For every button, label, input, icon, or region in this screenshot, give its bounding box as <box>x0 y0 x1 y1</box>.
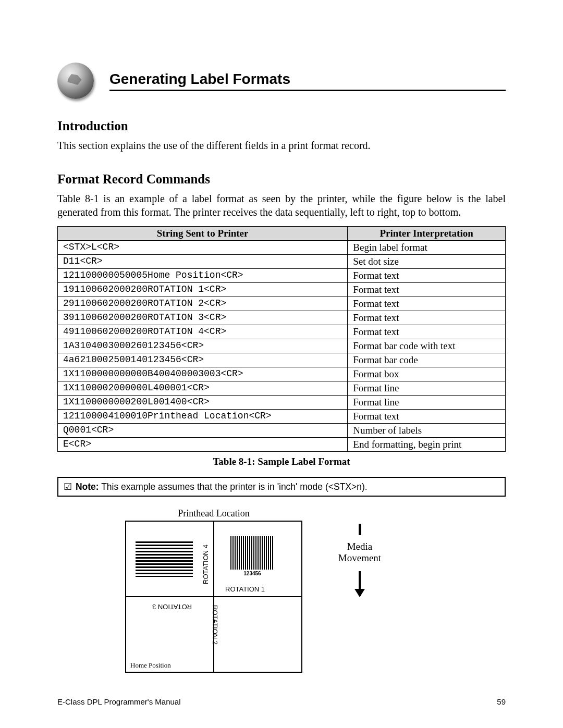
globe-icon <box>57 63 94 99</box>
table-row: 491100602000200ROTATION 4<CR>Format text <box>58 325 506 339</box>
table-row: D11<CR>Set dot size <box>58 255 506 269</box>
cell-string: E<CR> <box>58 438 348 452</box>
cell-interpretation: Format line <box>348 381 506 396</box>
cell-string: 4a6210002500140123456<CR> <box>58 353 348 367</box>
cell-string: 191100602000200ROTATION 1<CR> <box>58 283 348 297</box>
cell-string: 491100602000200ROTATION 4<CR> <box>58 325 348 339</box>
cell-string: 391100602000200ROTATION 3<CR> <box>58 311 348 325</box>
cell-interpretation: Format bar code <box>348 353 506 367</box>
media-text-1: Media <box>347 541 373 552</box>
cursor-icon <box>359 524 361 535</box>
table-row: Q0001<CR>Number of labels <box>58 424 506 438</box>
cell-interpretation: Format text <box>348 283 506 297</box>
down-arrow-icon <box>359 571 361 596</box>
note-text: This example assumes that the printer is… <box>99 482 368 492</box>
table-row: 291100602000200ROTATION 2<CR>Format text <box>58 297 506 311</box>
rotation-2-label: ROTATION 2 <box>211 605 219 645</box>
section-heading-introduction: Introduction <box>57 119 506 133</box>
cell-string: 1X1100002000000L400001<CR> <box>58 381 348 396</box>
rotation-4-label: ROTATION 4 <box>202 545 210 584</box>
chapter-title: Generating Label Formats <box>109 71 506 88</box>
note-label: Note: <box>76 482 99 492</box>
col-header-interpretation: Printer Interpretation <box>348 227 506 241</box>
note-box: ☑ Note: This example assumes that the pr… <box>57 477 506 497</box>
intro-paragraph: This section explains the use of the dif… <box>57 139 506 152</box>
cell-interpretation: Format text <box>348 325 506 339</box>
cell-string: 1X1100000000000B400400003003<CR> <box>58 367 348 381</box>
barcode-vertical-icon <box>230 536 274 570</box>
cell-interpretation: Set dot size <box>348 255 506 269</box>
title-rule <box>109 90 506 91</box>
home-position-label: Home Position <box>130 661 171 670</box>
barcode-number: 123456 <box>230 571 274 576</box>
label-format-table: String Sent to Printer Printer Interpret… <box>57 226 506 452</box>
label-figure: Printhead Location ROTATION 4 123456 ROT… <box>125 508 438 680</box>
printhead-label: Printhead Location <box>125 508 302 519</box>
horizontal-divider <box>126 596 301 597</box>
cell-interpretation: Format bar code with text <box>348 339 506 353</box>
table-row: 1X1100000000000B400400003003<CR>Format b… <box>58 367 506 381</box>
cell-string: 291100602000200ROTATION 2<CR> <box>58 297 348 311</box>
barcode-horizontal-icon <box>136 541 193 577</box>
table-row: 4a6210002500140123456<CR>Format bar code <box>58 353 506 367</box>
cell-interpretation: Format text <box>348 297 506 311</box>
media-text-2: Movement <box>338 552 381 563</box>
cell-interpretation: End formatting, begin print <box>348 438 506 452</box>
cell-interpretation: Format text <box>348 410 506 424</box>
table-row: 1X1100000000200L001400<CR>Format line <box>58 396 506 410</box>
media-movement: Media Movement <box>328 524 391 596</box>
table-row: 121100000050005Home Position<CR>Format t… <box>58 269 506 283</box>
cell-interpretation: Number of labels <box>348 424 506 438</box>
rotation-3-label: ROTATION 3 <box>152 603 192 611</box>
cell-string: 121100004100010Printhead Location<CR> <box>58 410 348 424</box>
table-row: <STX>L<CR>Begin label format <box>58 241 506 255</box>
cell-interpretation: Format text <box>348 311 506 325</box>
cell-string: Q0001<CR> <box>58 424 348 438</box>
table-row: 1A3104003000260123456<CR>Format bar code… <box>58 339 506 353</box>
frc-paragraph: Table 8-1 is an example of a label forma… <box>57 192 506 219</box>
chapter-header: Generating Label Formats <box>57 63 506 99</box>
cell-interpretation: Format text <box>348 269 506 283</box>
label-outline: ROTATION 4 123456 ROTATION 1 ROTATION 3 … <box>125 521 302 673</box>
table-row: 121100004100010Printhead Location<CR>For… <box>58 410 506 424</box>
cell-interpretation: Begin label format <box>348 241 506 255</box>
table-row: E<CR>End formatting, begin print <box>58 438 506 452</box>
checkbox-icon: ☑ <box>64 482 72 492</box>
table-row: 1X1100002000000L400001<CR>Format line <box>58 381 506 396</box>
cell-string: 1A3104003000260123456<CR> <box>58 339 348 353</box>
cell-interpretation: Format line <box>348 396 506 410</box>
cell-interpretation: Format box <box>348 367 506 381</box>
cell-string: 1X1100000000200L001400<CR> <box>58 396 348 410</box>
table-row: 391100602000200ROTATION 3<CR>Format text <box>58 311 506 325</box>
footer-page-number: 59 <box>497 697 506 706</box>
footer-left: E-Class DPL Programmer's Manual <box>57 697 181 706</box>
table-row: 191100602000200ROTATION 1<CR>Format text <box>58 283 506 297</box>
cell-string: D11<CR> <box>58 255 348 269</box>
table-caption: Table 8-1: Sample Label Format <box>57 456 506 467</box>
rotation-1-label: ROTATION 1 <box>225 585 265 593</box>
page-footer: E-Class DPL Programmer's Manual 59 <box>57 697 506 706</box>
section-heading-format-record: Format Record Commands <box>57 172 506 187</box>
col-header-string: String Sent to Printer <box>58 227 348 241</box>
cell-string: 121100000050005Home Position<CR> <box>58 269 348 283</box>
cell-string: <STX>L<CR> <box>58 241 348 255</box>
